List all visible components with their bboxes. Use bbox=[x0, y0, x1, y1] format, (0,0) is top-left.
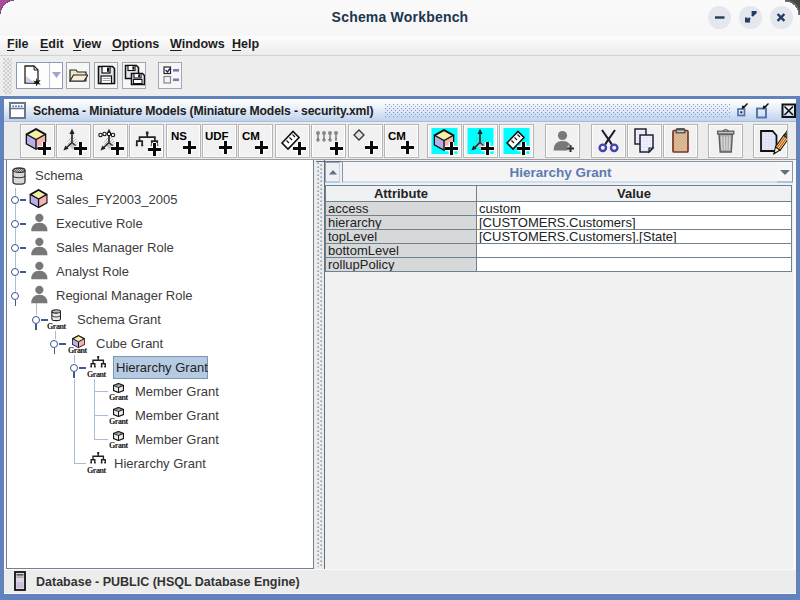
svg-text:NS: NS bbox=[171, 130, 187, 142]
svg-text:CM: CM bbox=[242, 130, 260, 142]
svg-text:UDF: UDF bbox=[205, 130, 229, 142]
svg-text:CM: CM bbox=[388, 130, 406, 142]
